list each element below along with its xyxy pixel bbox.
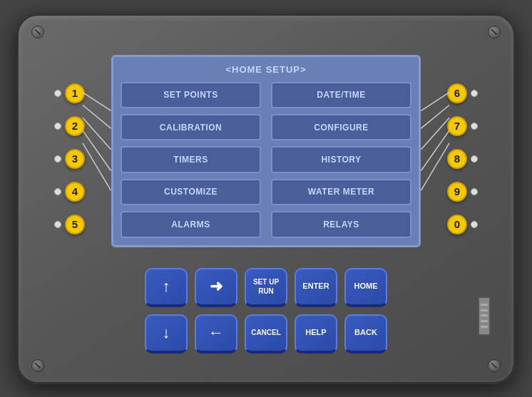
enter-button[interactable]: ENTER xyxy=(295,268,337,307)
svg-line-5 xyxy=(421,92,449,110)
right-btn-7-group[interactable]: 7 xyxy=(447,116,478,136)
left-side-buttons: 1 2 3 4 5 xyxy=(54,83,85,234)
menu-set-points[interactable]: SET POINTS xyxy=(121,82,261,108)
svg-line-0 xyxy=(83,92,111,110)
svg-line-1 xyxy=(83,105,111,128)
left-btn-2-group[interactable]: 2 xyxy=(54,116,85,136)
right-dot-8 xyxy=(471,155,478,163)
right-label-6[interactable]: 6 xyxy=(447,83,467,103)
svg-line-2 xyxy=(83,118,111,149)
right-dot-0 xyxy=(471,221,478,228)
left-btn-4-group[interactable]: 4 xyxy=(54,182,85,202)
screw-tl xyxy=(31,26,44,38)
cancel-button[interactable]: CANCEL xyxy=(245,314,287,354)
right-label-7[interactable]: 7 xyxy=(447,116,467,136)
usb-line-2 xyxy=(481,309,488,311)
menu-relays[interactable]: RELAYS xyxy=(271,211,411,237)
display-screen: <HOME SETUP> SET POINTS DATE/TIME CALIBR… xyxy=(111,55,421,247)
right-btn-8-group[interactable]: 8 xyxy=(447,149,478,169)
keypad-row-1: ↑ ➜ SET UPRUN ENTER HOME xyxy=(145,268,387,307)
help-button[interactable]: HELP xyxy=(295,314,337,354)
left-dot-1 xyxy=(54,90,61,97)
menu-history[interactable]: HISTORY xyxy=(271,146,411,172)
screen-title: <HOME SETUP> xyxy=(225,64,306,75)
menu-date-time[interactable]: DATE/TIME xyxy=(271,82,411,108)
right-label-0[interactable]: 0 xyxy=(447,215,467,234)
left-label-3[interactable]: 3 xyxy=(65,149,85,169)
left-label-4[interactable]: 4 xyxy=(65,182,85,202)
left-btn-3-group[interactable]: 3 xyxy=(54,149,85,169)
right-dot-9 xyxy=(471,188,478,195)
left-dot-2 xyxy=(54,123,61,130)
keypad-row-2: ↓ ← CANCEL HELP BACK xyxy=(145,314,387,354)
back-button[interactable]: BACK xyxy=(344,314,387,354)
right-btn-0-group[interactable]: 0 xyxy=(447,215,478,234)
right-btn-6-group[interactable]: 6 xyxy=(447,83,478,103)
usb-line-4 xyxy=(481,320,488,322)
left-label-2[interactable]: 2 xyxy=(65,116,85,136)
right-side-buttons: 6 7 8 9 0 xyxy=(447,83,478,234)
menu-timers[interactable]: TIMERS xyxy=(121,146,261,172)
right-label-9[interactable]: 9 xyxy=(447,182,467,202)
right-btn-9-group[interactable]: 9 xyxy=(447,182,478,202)
screw-bl xyxy=(31,359,44,372)
menu-grid: SET POINTS DATE/TIME CALIBRATION CONFIGU… xyxy=(121,82,411,238)
usb-port xyxy=(478,297,491,336)
svg-line-9 xyxy=(421,143,449,190)
screw-tr xyxy=(488,26,501,38)
menu-water-meter[interactable]: WATER METER xyxy=(271,179,411,205)
left-label-1[interactable]: 1 xyxy=(65,83,85,103)
svg-line-3 xyxy=(83,130,111,170)
right-button[interactable]: ➜ xyxy=(195,268,237,307)
usb-line-1 xyxy=(481,304,488,306)
left-dot-4 xyxy=(54,188,61,195)
left-dot-3 xyxy=(54,155,61,163)
svg-line-4 xyxy=(83,143,111,190)
menu-calibration[interactable]: CALIBRATION xyxy=(121,114,261,140)
down-button[interactable]: ↓ xyxy=(145,314,188,354)
device-body: 1 2 3 4 5 6 7 8 xyxy=(16,14,516,384)
svg-line-6 xyxy=(421,105,449,128)
menu-configure[interactable]: CONFIGURE xyxy=(271,114,411,140)
right-dot-6 xyxy=(471,90,478,97)
keypad: ↑ ➜ SET UPRUN ENTER HOME ↓ ← CANCEL HELP… xyxy=(145,268,387,354)
left-button[interactable]: ← xyxy=(195,314,237,354)
setup-run-button[interactable]: SET UPRUN xyxy=(245,268,287,307)
usb-line-5 xyxy=(481,326,488,328)
home-button[interactable]: HOME xyxy=(344,268,387,307)
left-dot-5 xyxy=(54,221,61,228)
right-dot-7 xyxy=(471,123,478,130)
svg-line-8 xyxy=(421,130,449,170)
usb-line-3 xyxy=(481,314,488,316)
left-label-5[interactable]: 5 xyxy=(65,215,85,234)
up-button[interactable]: ↑ xyxy=(145,268,188,307)
menu-alarms[interactable]: ALARMS xyxy=(121,211,261,237)
menu-customize[interactable]: CUSTOMIZE xyxy=(121,179,261,205)
screw-br xyxy=(488,359,501,372)
left-btn-1-group[interactable]: 1 xyxy=(54,83,85,103)
svg-line-7 xyxy=(421,118,449,149)
right-label-8[interactable]: 8 xyxy=(447,149,467,169)
left-btn-5-group[interactable]: 5 xyxy=(54,215,85,234)
